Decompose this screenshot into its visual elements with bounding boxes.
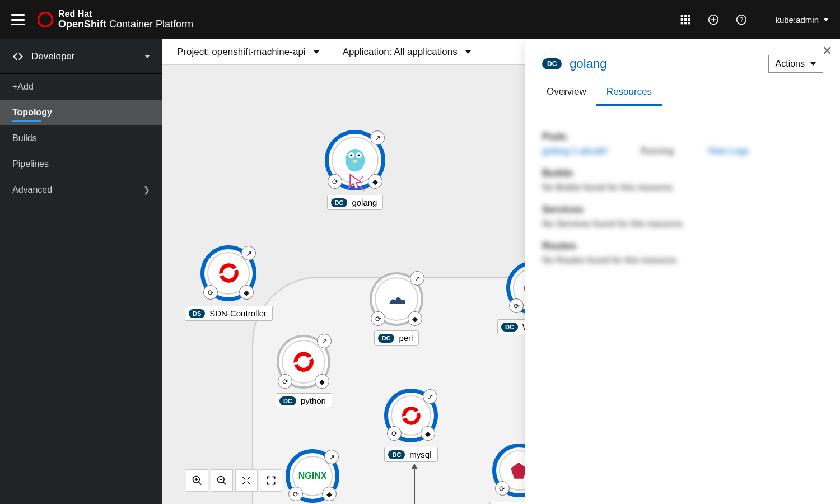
svg-rect-9 [688,22,690,24]
open-url-icon[interactable]: ↗ [410,271,424,286]
sidebar-item-advanced[interactable]: Advanced❯ [0,177,162,203]
user-menu[interactable]: kube:admin [775,15,829,25]
node-label[interactable]: DCpython [276,393,332,408]
nginx-logo-icon: NGINX [298,471,327,481]
add-icon[interactable] [708,14,719,25]
side-panel-body: Pods golang-1-abcdef Running View Logs B… [525,106,840,504]
section-services-heading: Services [542,204,823,216]
node-label[interactable]: DCmysql [384,447,437,462]
close-panel-button[interactable]: ✕ [822,44,832,58]
node-name: mysql [409,450,431,459]
sidebar-item-topology[interactable]: Topology [0,100,162,125]
node-nginx[interactable]: NGINX ↗ ⟳ ◆ [286,449,339,503]
sidebar-item-add[interactable]: +Add [0,74,162,100]
app-launcher-icon[interactable] [680,14,691,25]
openshift-icon [217,261,241,285]
sync-icon[interactable]: ⟳ [387,426,402,441]
fullscreen-button[interactable] [260,469,282,492]
help-icon[interactable]: ? [736,14,747,25]
openshift-icon [291,349,316,374]
fit-to-screen-button[interactable] [235,469,258,492]
resource-kind-badge: DC [501,323,518,332]
build-icon[interactable]: ◆ [421,426,435,441]
sync-icon[interactable]: ⟳ [288,487,303,501]
sync-icon[interactable]: ⟳ [495,481,510,496]
side-panel-header: DC golang Actions [525,39,840,80]
pod-link[interactable]: golang-1-abcdef [542,146,607,156]
caret-down-icon [314,50,319,54]
svg-rect-2 [684,15,687,17]
sync-icon[interactable]: ⟳ [509,298,524,313]
node-golang[interactable]: ↗ ⟳ ◆ DCgolang [325,130,385,210]
edge-connector [409,464,420,504]
build-icon[interactable]: ◆ [315,374,329,389]
tab-overview[interactable]: Overview [536,80,596,106]
project-label: Project: openshift-machine-api [177,46,306,58]
application-selector[interactable]: Application: All applications [343,46,471,58]
perspective-switcher[interactable]: Developer [0,39,162,74]
resource-kind-badge: DC [378,334,395,343]
side-panel-title[interactable]: golang [570,57,606,71]
zoom-out-button[interactable] [211,469,233,492]
sidebar-item-builds[interactable]: Builds [0,125,162,151]
svg-line-37 [223,482,226,485]
actions-dropdown[interactable]: Actions [768,55,823,73]
open-url-icon[interactable]: ↗ [423,389,437,404]
zoom-in-button[interactable] [186,469,208,492]
open-url-icon[interactable]: ↗ [241,246,256,260]
build-icon[interactable]: ◆ [322,487,337,501]
hamburger-menu-button[interactable] [11,14,25,25]
sidebar-item-label: +Add [12,82,34,92]
application-label: Application: All applications [343,46,458,58]
node-python[interactable]: ↗ ⟳ ◆ DCpython [276,335,332,408]
node-label[interactable]: DSSDN-Controller [185,306,273,321]
masthead-toolbar: ? kube:admin [680,14,829,25]
openshift-icon [400,404,423,427]
golang-gopher-icon [342,147,368,174]
actions-label: Actions [776,59,805,69]
build-icon[interactable]: ◆ [368,174,382,189]
svg-rect-6 [688,18,690,21]
sidebar-item-label: Advanced [12,185,52,195]
brand-vendor: Red Hat [58,9,193,19]
project-selector[interactable]: Project: openshift-machine-api [177,46,319,58]
svg-rect-8 [684,22,687,24]
tab-resources[interactable]: Resources [596,80,662,106]
resource-kind-badge: DC [279,396,296,405]
side-panel-tabs: Overview Resources [525,80,840,106]
node-label[interactable]: DCgolang [327,195,384,210]
svg-rect-5 [684,18,687,21]
resource-kind-badge: DC [331,198,348,207]
svg-point-17 [358,154,360,156]
resource-kind-badge: DC [542,58,562,69]
open-url-icon[interactable]: ↗ [370,130,385,145]
resource-kind-badge: DS [189,309,205,318]
sync-icon[interactable]: ⟳ [278,374,292,389]
user-name: kube:admin [775,15,819,25]
node-perl[interactable]: ↗ ⟳ ◆ DCperl [370,272,423,346]
caret-down-icon [810,62,816,66]
node-sdn-controller[interactable]: ↗ ⟳ ◆ DSSDN-Controller [185,245,273,321]
sidebar-item-pipelines[interactable]: Pipelines [0,151,162,177]
sync-icon[interactable]: ⟳ [328,174,342,189]
build-icon[interactable]: ◆ [408,311,422,326]
redhat-logo-icon [38,12,53,27]
svg-rect-7 [681,22,683,24]
node-label[interactable]: DCperl [374,330,419,346]
zoom-controls [186,469,282,492]
open-url-icon[interactable]: ↗ [317,334,332,348]
svg-rect-1 [681,15,683,17]
sync-icon[interactable]: ⟳ [203,285,218,300]
sync-icon[interactable]: ⟳ [371,311,385,326]
svg-line-33 [199,482,202,485]
brand-product: OpenShift Container Platform [58,19,193,30]
services-empty-text: No Services found for this resource. [542,219,823,229]
masthead: Red Hat OpenShift Container Platform ? k… [0,0,840,39]
node-mysql[interactable]: ↗ ⟳ ◆ DCmysql [384,389,438,462]
sidebar-item-label: Topology [12,108,52,118]
build-icon[interactable]: ◆ [239,285,254,300]
caret-down-icon [144,55,150,58]
open-url-icon[interactable]: ↗ [324,450,339,464]
view-logs-link[interactable]: View Logs [707,146,749,156]
sidebar-item-label: Builds [12,133,37,143]
